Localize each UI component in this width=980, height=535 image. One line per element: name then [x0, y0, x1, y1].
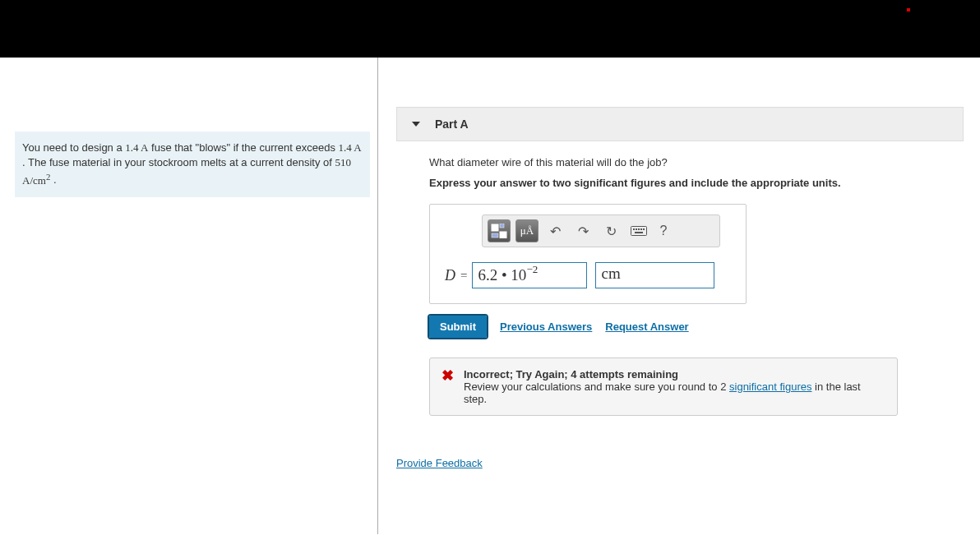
svg-rect-2 [492, 233, 498, 238]
reset-button[interactable]: ↻ [599, 219, 622, 242]
feedback-panel: ✖ Incorrect; Try Again; 4 attempts remai… [429, 357, 898, 416]
symbols-button[interactable]: μÅ [515, 219, 539, 242]
problem-column: You need to design a 1.4 A fuse that "bl… [0, 58, 378, 534]
collapse-icon [412, 122, 420, 127]
significant-figures-link[interactable]: significant figures [729, 380, 811, 393]
top-header [0, 0, 980, 58]
templates-button[interactable] [488, 219, 511, 242]
variable-label: D [445, 267, 455, 284]
question-text: What diameter wire of this material will… [429, 156, 947, 168]
formula-toolbar: μÅ ↶ ↷ ↻ ? [482, 214, 720, 247]
part-body: What diameter wire of this material will… [396, 141, 980, 416]
value-input[interactable]: 6.2 • 10−2 [472, 262, 587, 288]
instruction-text: Express your answer to two significant f… [429, 177, 947, 189]
answer-column: Part A What diameter wire of this materi… [378, 58, 980, 534]
problem-text: fuse that "blows" if the current exceeds [148, 141, 338, 154]
problem-statement: You need to design a 1.4 A fuse that "bl… [15, 131, 370, 197]
unit-input[interactable]: cm [595, 262, 714, 288]
svg-rect-3 [500, 232, 506, 238]
feedback-body: Review your calculations and make sure y… [464, 380, 885, 405]
action-row: Submit Previous Answers Request Answer [429, 316, 947, 338]
equals-label: = [460, 269, 467, 283]
answer-box: μÅ ↶ ↷ ↻ ? D = 6.2 • 10−2 cm [429, 204, 747, 304]
svg-rect-7 [638, 228, 640, 230]
svg-rect-8 [640, 228, 642, 230]
svg-rect-0 [492, 224, 498, 231]
problem-value-threshold: 1.4 A [339, 141, 362, 154]
svg-rect-5 [633, 228, 635, 230]
redo-button[interactable]: ↷ [571, 219, 594, 242]
page-layout: You need to design a 1.4 A fuse that "bl… [0, 58, 980, 534]
submit-button[interactable]: Submit [429, 316, 487, 338]
svg-rect-4 [631, 227, 647, 236]
svg-rect-9 [643, 228, 645, 230]
problem-value-current: 1.4 A [125, 141, 148, 154]
incorrect-icon: ✖ [441, 368, 454, 383]
previous-answers-link[interactable]: Previous Answers [500, 321, 592, 333]
problem-text: You need to design a [22, 141, 125, 154]
part-header[interactable]: Part A [396, 107, 964, 141]
svg-rect-10 [635, 232, 643, 233]
request-answer-link[interactable]: Request Answer [605, 321, 688, 333]
feedback-content: Incorrect; Try Again; 4 attempts remaini… [464, 368, 885, 405]
keyboard-button[interactable] [627, 219, 650, 242]
problem-text: . [50, 174, 56, 187]
problem-text: . The fuse material in your stockroom me… [22, 156, 335, 168]
svg-rect-1 [500, 224, 504, 228]
undo-button[interactable]: ↶ [543, 219, 566, 242]
provide-feedback-link[interactable]: Provide Feedback [396, 457, 483, 469]
part-title: Part A [435, 118, 469, 131]
answer-row: D = 6.2 • 10−2 cm [445, 262, 734, 288]
feedback-title: Incorrect; Try Again; 4 attempts remaini… [464, 368, 885, 380]
help-button[interactable]: ? [655, 224, 672, 238]
notification-dot [907, 8, 910, 12]
svg-rect-6 [636, 228, 637, 230]
